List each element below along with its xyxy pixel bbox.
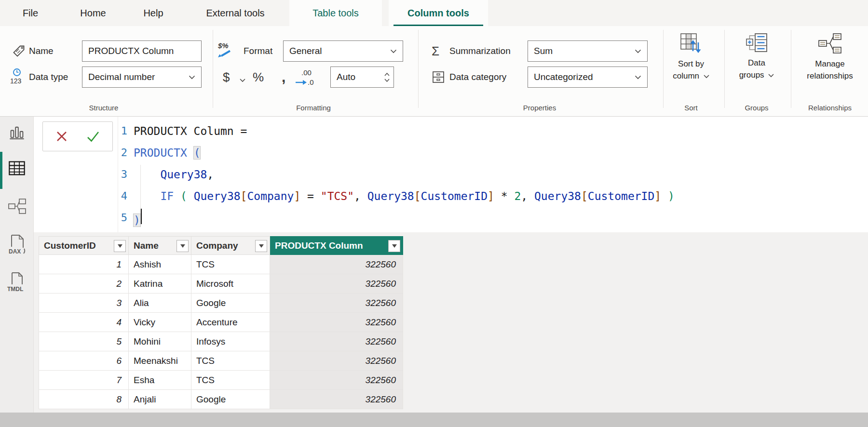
cell[interactable]: Anjali: [129, 390, 191, 409]
menu-item-help[interactable]: Help: [131, 0, 176, 26]
cell[interactable]: Vicky: [129, 313, 191, 332]
sidebar-item-tmdl-view[interactable]: TMDL: [0, 272, 34, 293]
cell[interactable]: TCS: [191, 351, 270, 371]
commit-formula-button[interactable]: [85, 129, 101, 144]
ribbon: Name PRODUCTX Column 123 Data type Decim…: [0, 26, 868, 117]
data-type-value: Decimal number: [88, 72, 155, 82]
cell[interactable]: Mohini: [129, 332, 191, 351]
menu-item-label: File: [23, 8, 38, 19]
sidebar-item-model-view[interactable]: [0, 198, 34, 215]
tab-table-tools[interactable]: Table tools: [289, 0, 382, 26]
filter-dropdown-button[interactable]: [255, 240, 267, 252]
cell[interactable]: Esha: [129, 371, 191, 390]
formula-line[interactable]: 1PRODUCTX Column =: [116, 120, 675, 142]
formula-bar[interactable]: 1PRODUCTX Column =2PRODUCTX (3 Query38,4…: [34, 117, 868, 232]
tab-column-tools[interactable]: Column tools: [389, 0, 488, 26]
cell[interactable]: 4: [39, 313, 129, 332]
chevron-down-icon: [635, 75, 641, 80]
summarization-dropdown[interactable]: Sum: [528, 40, 648, 62]
cell[interactable]: 5: [39, 332, 129, 351]
cell[interactable]: Google: [191, 294, 270, 313]
formula-line[interactable]: 5): [116, 207, 675, 228]
data-table: CustomerIDNameCompanyPRODUCTX Column1Ash…: [39, 236, 403, 409]
decimal-places-icon[interactable]: .00 .0: [294, 68, 318, 89]
column-name-input[interactable]: PRODUCTX Column: [82, 40, 202, 62]
cell[interactable]: Meenakshi: [129, 351, 191, 371]
name-label: Name: [29, 40, 54, 62]
data-category-dropdown[interactable]: Uncategorized: [528, 67, 648, 88]
chevron-down-icon: [118, 244, 122, 248]
formula-line[interactable]: 3 Query38,: [116, 163, 675, 185]
line-number: 2: [116, 147, 127, 159]
view-sidebar: DAX TMDL: [0, 117, 34, 413]
cell[interactable]: Katrina: [129, 274, 191, 294]
table-row: 5MohiniInfosys322560: [39, 332, 403, 351]
filter-dropdown-button[interactable]: [176, 240, 189, 252]
cell[interactable]: TCS: [191, 255, 270, 274]
thousands-separator-button[interactable]: ,: [282, 67, 285, 88]
menu-item-label: Help: [143, 8, 163, 19]
cell[interactable]: 322560: [270, 313, 403, 332]
chevron-down-icon: [189, 75, 195, 80]
button-label: Data: [748, 58, 765, 67]
cell[interactable]: Alia: [129, 294, 191, 313]
spinner-down-icon[interactable]: [384, 79, 390, 82]
formula-line[interactable]: 4 IF ( Query38[Company] = "TCS", Query38…: [116, 185, 675, 207]
sort-by-column-icon: [680, 33, 702, 54]
column-header-productx-column[interactable]: PRODUCTX Column: [270, 237, 403, 255]
cell[interactable]: 322560: [270, 332, 403, 351]
cell[interactable]: 322560: [270, 255, 403, 274]
sort-by-column-button[interactable]: Sort by column: [665, 33, 718, 82]
button-label: Manage: [815, 59, 844, 68]
menu-item-home[interactable]: Home: [67, 0, 120, 26]
cancel-formula-button[interactable]: [54, 129, 69, 144]
cell[interactable]: Google: [191, 390, 270, 409]
button-label: relationships: [807, 71, 853, 80]
data-type-dropdown[interactable]: Decimal number: [82, 67, 202, 88]
cell[interactable]: 322560: [270, 351, 403, 371]
manage-relationships-button[interactable]: Manage relationships: [796, 33, 864, 82]
svg-text:TMDL: TMDL: [7, 286, 23, 293]
cell[interactable]: Infosys: [191, 332, 270, 351]
decimal-places-stepper[interactable]: Auto: [330, 67, 394, 88]
cell[interactable]: 322560: [270, 371, 403, 390]
cell[interactable]: Microsoft: [191, 274, 270, 294]
format-dropdown[interactable]: General: [283, 40, 403, 62]
formula-line[interactable]: 2PRODUCTX (: [116, 142, 675, 163]
column-name-value: PRODUCTX Column: [88, 46, 174, 56]
chevron-down-icon[interactable]: [240, 76, 245, 84]
spinner-up-icon[interactable]: [384, 73, 390, 76]
column-header-name[interactable]: Name: [129, 237, 191, 255]
column-header-company[interactable]: Company: [191, 237, 270, 255]
sidebar-item-dax-query-view[interactable]: DAX: [0, 234, 34, 255]
summarization-value: Sum: [534, 46, 553, 56]
formula-editor[interactable]: 1PRODUCTX Column =2PRODUCTX (3 Query38,4…: [116, 120, 675, 228]
cell[interactable]: 322560: [270, 274, 403, 294]
filter-dropdown-button[interactable]: [114, 240, 126, 252]
cell[interactable]: TCS: [191, 371, 270, 390]
cell[interactable]: Ashish: [129, 255, 191, 274]
cell[interactable]: 322560: [270, 390, 403, 409]
column-header-customerid[interactable]: CustomerID: [39, 237, 129, 255]
formula-actions: [42, 121, 113, 151]
data-category-icon: [431, 70, 446, 86]
data-groups-button[interactable]: Data groups: [730, 33, 783, 81]
table-row: 7EshaTCS322560: [39, 371, 403, 390]
report-view-icon: [8, 123, 26, 141]
cell[interactable]: 1: [39, 255, 129, 274]
sidebar-item-report-view[interactable]: [0, 123, 34, 141]
cell[interactable]: 322560: [270, 294, 403, 313]
cell[interactable]: 6: [39, 351, 129, 371]
menu-item-file[interactable]: File: [10, 0, 51, 26]
sidebar-item-table-view[interactable]: [0, 160, 34, 176]
menu-item-external-tools[interactable]: External tools: [189, 0, 282, 26]
cell[interactable]: 3: [39, 294, 129, 313]
filter-dropdown-button[interactable]: [388, 240, 400, 252]
percent-format-button[interactable]: %: [253, 67, 264, 88]
cell[interactable]: 8: [39, 390, 129, 409]
cell[interactable]: Accenture: [191, 313, 270, 332]
cell[interactable]: 2: [39, 274, 129, 294]
group-divider: [724, 30, 725, 108]
currency-format-button[interactable]: $: [223, 67, 230, 88]
cell[interactable]: 7: [39, 371, 129, 390]
